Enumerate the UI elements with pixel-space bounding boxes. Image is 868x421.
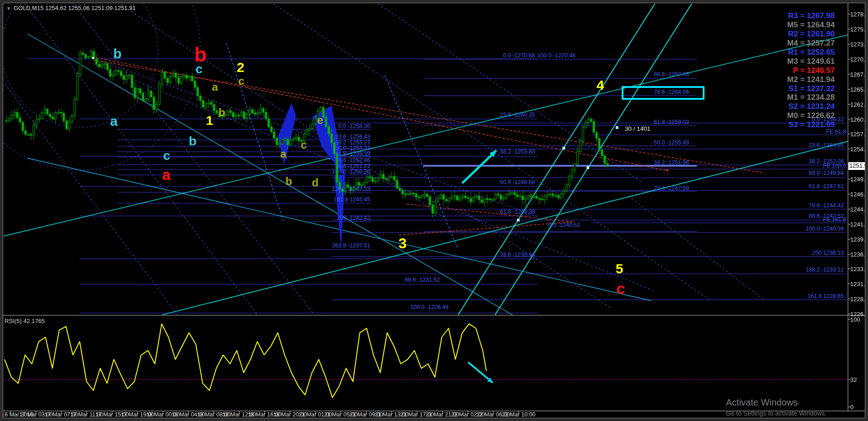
fib-level-label: 138.2 -1233.12 <box>806 267 844 273</box>
cyan-trendline[interactable] <box>0 30 868 237</box>
fib-level-label: 78.6 -1244.42 <box>809 202 844 209</box>
dashed-trendline[interactable] <box>73 4 314 315</box>
pivot-level-label: R2 = 1261.90 <box>788 30 835 39</box>
fib-level-label: FE 161.8 <box>823 216 846 223</box>
candle-body <box>112 75 114 76</box>
candle-body <box>366 177 368 183</box>
wave-label-1: 1 <box>206 113 213 128</box>
price-axis-label: 1236.56 <box>850 251 868 258</box>
candle-body <box>557 195 559 198</box>
trendline-handle[interactable] <box>517 219 520 221</box>
candle-body <box>240 112 242 115</box>
dashed-trendline[interactable] <box>0 77 178 315</box>
candle-body <box>598 139 600 150</box>
price-axis-label: 1278.31 <box>850 11 868 18</box>
collapse-triangle-icon[interactable]: ▼ <box>6 6 11 11</box>
candle-body <box>331 134 332 143</box>
candle-body <box>298 137 300 140</box>
wave-label-a: a <box>110 113 118 129</box>
fib-level-label: 61.8 -1243.38 <box>500 209 535 215</box>
candle-body <box>126 76 128 80</box>
rsi-axis-label: 0 <box>850 404 853 411</box>
fib-level-label: 88.6 -1267.05 <box>654 71 689 77</box>
dashed-trendline[interactable] <box>628 196 765 301</box>
candle-body <box>38 118 40 119</box>
candle-body <box>582 127 584 141</box>
candle-body <box>560 194 562 198</box>
candle-body <box>536 196 537 198</box>
candle-body <box>87 57 89 58</box>
candle-body <box>156 104 158 110</box>
candle-body <box>448 199 450 201</box>
candle-body <box>541 199 543 200</box>
wave-label-c: c <box>238 75 244 87</box>
dashed-trendline[interactable] <box>273 4 560 196</box>
dashed-trendline[interactable] <box>25 4 257 315</box>
fib-level-label: 61.8 -1259.03 <box>654 119 689 125</box>
dashed-trendline[interactable] <box>465 212 610 308</box>
candle-body <box>49 114 51 117</box>
candle-body <box>77 74 78 99</box>
candle-body <box>593 122 595 133</box>
candle-body <box>492 199 494 200</box>
candle-body <box>167 78 168 83</box>
candle-body <box>79 53 81 73</box>
candle-body <box>260 108 261 113</box>
fib-level-label: 200 1236.13 <box>812 250 844 256</box>
descending-trendline[interactable] <box>27 34 512 315</box>
time-axis-label: 22 Mar 10:00 <box>502 411 536 418</box>
price-axis-label: 1233.91 <box>850 266 868 272</box>
candle-body <box>415 194 417 197</box>
candle-body <box>194 81 196 87</box>
red-dashed-trendline[interactable] <box>92 57 666 170</box>
candle-body <box>265 112 267 118</box>
fib-level-label: 50.0 -1255.49 <box>654 139 689 146</box>
price-axis-label: 1244.36 <box>850 206 868 213</box>
candle-body <box>465 196 466 198</box>
candle-body <box>563 191 565 194</box>
candle-body <box>421 196 423 198</box>
trendline-handle[interactable] <box>562 147 565 149</box>
candle-body <box>552 194 554 195</box>
candle-body <box>142 93 144 101</box>
rsi-line <box>5 324 486 398</box>
candle-body <box>115 71 117 75</box>
price-axis-label: 1265.26 <box>850 86 868 93</box>
candle-body <box>22 122 24 131</box>
candle-body <box>52 117 54 119</box>
candle-body <box>426 194 428 197</box>
dashed-trendline-bright[interactable] <box>385 75 458 248</box>
trendline-handle[interactable] <box>587 166 589 169</box>
wave-label-c: c <box>195 62 203 77</box>
fib-level-label: 88.6 -1231.52 <box>405 277 440 283</box>
candle-body <box>410 193 412 194</box>
wave-label-c: c <box>617 280 625 298</box>
rsi-chart-layer <box>4 324 848 398</box>
candle-body <box>527 195 529 198</box>
candle-body <box>66 121 67 129</box>
candle-body <box>530 195 532 196</box>
trendline-handle[interactable] <box>616 126 618 129</box>
candle-body <box>522 196 524 200</box>
candle-body <box>148 91 149 99</box>
candle-body <box>369 177 371 178</box>
candle-body <box>16 113 18 118</box>
candle-body <box>101 64 103 67</box>
candle-body <box>199 96 201 101</box>
price-axis-label: 1231.31 <box>850 281 868 288</box>
fib-level-label: 200- 1242.42 <box>337 215 370 221</box>
arrow-line[interactable] <box>462 150 496 183</box>
candle-body <box>454 196 455 197</box>
candle-body <box>153 97 155 110</box>
channel-annotation: 30 / 1401 <box>625 125 650 132</box>
rsi-axis-label: 32 <box>850 376 857 383</box>
candle-body <box>467 198 469 199</box>
fib-level-label: 138.2 -1247.33 <box>332 186 370 192</box>
candle-body <box>131 75 133 88</box>
chart-canvas[interactable] <box>0 0 868 421</box>
candle-body <box>30 134 32 135</box>
candle-body <box>246 114 248 118</box>
candle-body <box>358 182 360 185</box>
pivot-level-label: M1 = 1234.28 <box>787 93 835 102</box>
fib-level-label: 261.8 -1237.51 <box>332 242 370 249</box>
